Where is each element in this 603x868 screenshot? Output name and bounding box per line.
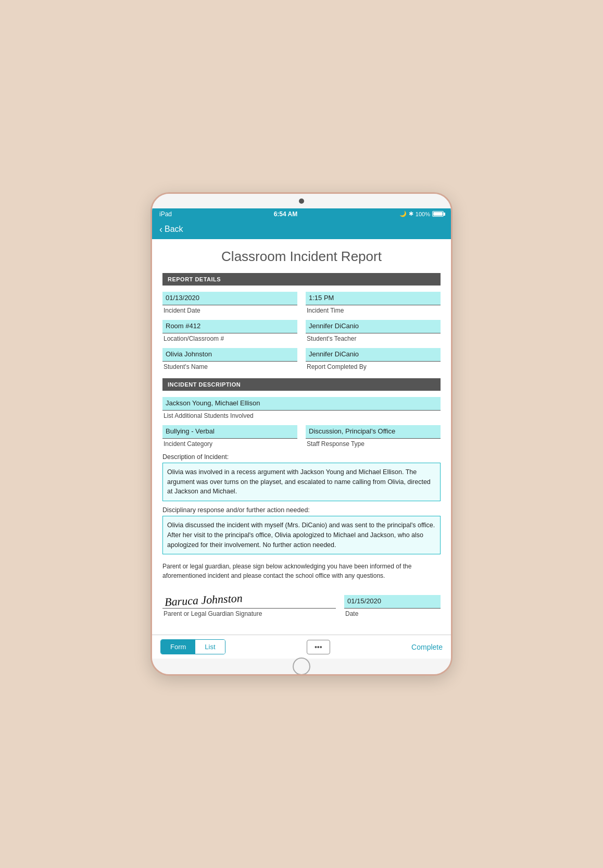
description-text: Olivia was involved in a recess argument… [167,468,431,495]
signature-field: Baruca Johnston Parent or Legal Guardian… [162,586,336,618]
date-time-row: 01/13/2020 Incident Date 1:15 PM Inciden… [162,292,441,315]
incident-category-value: Bullying - Verbal [162,425,297,439]
incident-category-label: Incident Category [162,440,212,448]
report-details-header: REPORT DETAILS [162,273,441,286]
camera [299,199,304,204]
disciplinary-label: Disciplinary response and/or further act… [162,506,441,514]
list-tab[interactable]: List [195,640,224,654]
incident-date-value: 01/13/2020 [162,292,297,305]
location-value: Room #412 [162,320,297,333]
additional-students-value: Jackson Young, Michael Ellison [162,397,441,411]
more-button[interactable]: ••• [307,640,330,654]
student-name-field: Olivia Johnston Student's Name [162,348,297,371]
bluetooth-icon: ✱ [409,210,413,217]
description-of-incident-label: Description of Incident: [162,453,441,461]
status-bar: iPad 6:54 AM 🌙 ✱ 100% [152,208,451,220]
status-bar-time: 6:54 AM [274,210,298,218]
teacher-field: Jennifer DiCanio Student's Teacher [306,320,441,343]
status-bar-device: iPad [159,210,172,218]
incident-description-header: INCIDENT DESCRIPTION [162,378,441,391]
back-button[interactable]: ‹ Back [159,224,444,235]
moon-icon: 🌙 [399,210,407,217]
teacher-value: Jennifer DiCanio [306,320,441,333]
tab-group: Form List [160,639,225,654]
completed-by-label: Report Completed By [306,363,367,370]
signature-image: Baruca Johnston [162,586,336,609]
student-name-value: Olivia Johnston [162,348,297,362]
disciplinary-text-box: Olivia discussed the incident with mysel… [162,516,441,554]
incident-time-value: 1:15 PM [306,292,441,305]
incident-category-field: Bullying - Verbal Incident Category [162,425,297,448]
back-label: Back [165,225,183,234]
incident-time-field: 1:15 PM Incident Time [306,292,441,315]
completed-by-field: Jennifer DiCanio Report Completed By [306,348,441,371]
description-text-box: Olivia was involved in a recess argument… [162,463,441,501]
incident-description-section: INCIDENT DESCRIPTION Jackson Young, Mich… [162,378,441,555]
location-label: Location/Classroom # [162,335,224,342]
battery-icon [432,211,444,217]
additional-students-field: Jackson Young, Michael Ellison List Addi… [162,397,441,420]
signature-row: Baruca Johnston Parent or Legal Guardian… [162,586,441,618]
signature-section: Parent or legal guardian, please sign be… [162,562,441,618]
device-bottom [152,659,451,674]
page-title: Classroom Incident Report [162,249,441,265]
category-response-row: Bullying - Verbal Incident Category Disc… [162,425,441,448]
signature-label: Parent or Legal Guardian Signature [162,610,262,617]
staff-response-field: Discussion, Principal's Office Staff Res… [306,425,441,448]
back-chevron-icon: ‹ [159,224,162,235]
completed-by-value: Jennifer DiCanio [306,348,441,362]
notice-text: Parent or legal guardian, please sign be… [162,562,441,580]
staff-response-label: Staff Response Type [306,440,365,448]
date-field: 01/15/2020 Date [344,595,441,618]
location-teacher-row: Room #412 Location/Classroom # Jennifer … [162,320,441,343]
incident-date-field: 01/13/2020 Incident Date [162,292,297,315]
teacher-label: Student's Teacher [306,335,356,342]
complete-button[interactable]: Complete [411,643,443,651]
student-name-label: Student's Name [162,363,208,370]
disciplinary-text: Olivia discussed the incident with mysel… [167,522,435,549]
staff-response-value: Discussion, Principal's Office [306,425,441,439]
home-indicator[interactable] [293,658,310,675]
device-top [152,194,451,208]
bottom-tabs: Form List ••• Complete [152,635,451,659]
device-frame: iPad 6:54 AM 🌙 ✱ 100% ‹ Back Classroom I… [150,192,453,676]
report-details-section: REPORT DETAILS 01/13/2020 Incident Date … [162,273,441,371]
battery-fill [433,212,443,216]
additional-students-label: List Additional Students Involved [162,412,254,419]
form-tab[interactable]: Form [161,640,195,654]
status-bar-right: 🌙 ✱ 100% [399,210,444,217]
location-field: Room #412 Location/Classroom # [162,320,297,343]
content-area: Classroom Incident Report REPORT DETAILS… [152,239,451,635]
incident-date-label: Incident Date [162,307,200,314]
date-label: Date [344,610,358,617]
battery-percentage: 100% [416,211,430,217]
date-value: 01/15/2020 [344,595,441,609]
student-completed-row: Olivia Johnston Student's Name Jennifer … [162,348,441,371]
incident-time-label: Incident Time [306,307,344,314]
nav-bar: ‹ Back [152,220,451,239]
